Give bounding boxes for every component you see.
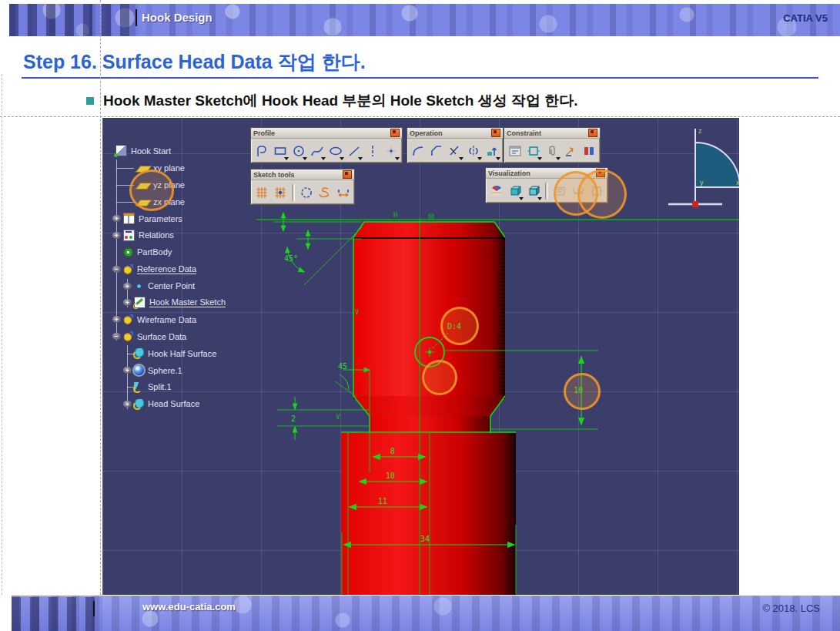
close-icon[interactable] [588, 129, 597, 137]
tree-item[interactable]: yz plane [102, 176, 268, 193]
tree-item[interactable]: zx plane [102, 193, 268, 210]
geometrical-constraints-icon[interactable] [316, 183, 334, 203]
rectangle-icon[interactable] [271, 141, 289, 161]
plus-expander-icon[interactable]: + [112, 232, 121, 239]
close-icon[interactable] [491, 129, 500, 137]
tree-item[interactable]: −Reference Data [102, 260, 268, 277]
transform-icon[interactable] [483, 141, 501, 161]
tree-item-label[interactable]: Hook Half Surface [148, 349, 216, 358]
toolbar-profile-titlebar[interactable]: Profile [251, 128, 402, 139]
tree-item[interactable]: Hook Start [102, 143, 268, 159]
toolbar-constraint[interactable]: Constraint [504, 127, 601, 163]
ellipse-icon[interactable] [326, 141, 345, 161]
tree-item[interactable]: +Center Point [102, 277, 268, 294]
constraint-box-icon[interactable] [524, 141, 543, 161]
shading-edges-icon[interactable] [524, 181, 543, 201]
dim-8-label[interactable]: 8 [390, 447, 395, 455]
tree-item[interactable]: xy plane [102, 159, 268, 176]
tree-item-label[interactable]: Reference Data [137, 264, 196, 274]
compass[interactable]: z y x [657, 124, 739, 215]
compass-origin[interactable] [692, 201, 698, 207]
sketch-icon[interactable] [134, 297, 146, 308]
constraint-dialog-icon[interactable] [506, 141, 524, 161]
relations-icon[interactable] [123, 230, 135, 241]
tree-item-label[interactable]: PartBody [137, 247, 172, 257]
corner-icon[interactable] [409, 141, 427, 161]
grid-icon[interactable] [253, 183, 271, 203]
parameters-icon[interactable] [123, 213, 135, 224]
axis-icon[interactable] [363, 141, 382, 161]
tree-item-label[interactable]: Relations [139, 230, 174, 240]
dim-10-label[interactable]: 10 [386, 472, 395, 480]
spline-icon[interactable] [308, 141, 326, 161]
hole-center-point[interactable] [425, 347, 434, 357]
tree-item-label[interactable]: Parameters [139, 214, 182, 223]
tree-item[interactable]: Split.1 [102, 378, 268, 395]
plus-expander-icon[interactable]: + [123, 299, 132, 306]
tree-item[interactable]: +Wireframe Data [102, 311, 268, 328]
surface-icon[interactable] [134, 348, 144, 358]
dim-11-label[interactable]: 11 [378, 497, 387, 505]
toolbar-sketch-tools[interactable]: Sketch tools [250, 169, 355, 205]
cut-part-icon[interactable] [487, 181, 506, 201]
contact-constraint-icon[interactable] [543, 141, 561, 161]
plus-expander-icon[interactable]: + [123, 283, 132, 290]
partbody-icon[interactable] [123, 247, 133, 257]
openbody-icon[interactable] [123, 264, 133, 274]
mirror-icon[interactable] [464, 141, 483, 161]
tree-item-label[interactable]: Split.1 [148, 382, 172, 391]
tree-item-label[interactable]: Center Point [148, 281, 195, 290]
openbody-icon[interactable] [123, 314, 133, 324]
tree-item[interactable]: +Head Surface [102, 395, 268, 412]
dim-34-label[interactable]: 34 [420, 535, 430, 543]
construction-element-icon[interactable] [297, 183, 316, 203]
close-icon[interactable] [343, 170, 352, 179]
split-icon[interactable] [134, 382, 144, 392]
toolbar-operation[interactable]: Operation [407, 127, 504, 163]
toolbar-sketch-tools-titlebar[interactable]: Sketch tools [251, 169, 354, 180]
sphere-icon[interactable] [134, 365, 144, 375]
fix-icon[interactable] [561, 141, 580, 161]
shading-icon[interactable] [506, 181, 524, 201]
surface-icon[interactable] [134, 399, 144, 409]
dimensional-constraints-icon[interactable] [334, 183, 353, 203]
angle-dim-bottom[interactable]: 45 [338, 362, 347, 371]
close-icon[interactable] [390, 129, 400, 137]
toolbar-operation-titlebar[interactable]: Operation [407, 128, 503, 139]
tree-item[interactable]: +Parameters [102, 210, 268, 227]
sketch-head-outline[interactable] [341, 222, 516, 433]
plus-expander-icon[interactable]: + [123, 401, 132, 408]
tree-item[interactable]: PartBody [102, 243, 268, 260]
tree-item-label[interactable]: Head Surface [148, 399, 199, 408]
minus-expander-icon[interactable]: − [112, 333, 121, 340]
angle-dim-top[interactable]: 45° [284, 254, 298, 263]
circle-icon[interactable] [289, 141, 308, 161]
point-icon[interactable] [382, 141, 400, 161]
line-icon[interactable] [345, 141, 363, 161]
toolbar-profile[interactable]: Profile [250, 127, 403, 163]
tree-item[interactable]: +Sphere.1 [102, 362, 268, 379]
cad-viewport[interactable]: H V V [102, 118, 739, 595]
tree-item-label[interactable]: Wireframe Data [137, 315, 196, 324]
spec-tree[interactable]: Hook Startxy planeyz planezx plane+Param… [102, 143, 268, 412]
tree-item-label[interactable]: Sphere.1 [148, 366, 182, 375]
tree-item-label[interactable]: Hook Start [131, 146, 171, 156]
tree-item[interactable]: Hook Half Surface [102, 345, 268, 362]
minus-expander-icon[interactable]: − [112, 266, 121, 273]
tree-item-label[interactable]: Hook Master Sketch [149, 297, 226, 307]
openbody-icon[interactable] [123, 331, 133, 341]
trim-icon[interactable] [446, 141, 464, 161]
profile-icon[interactable] [253, 141, 271, 161]
tree-item[interactable]: +Hook Master Sketch [102, 294, 268, 311]
toolbar-constraint-titlebar[interactable]: Constraint [504, 128, 600, 139]
tree-item-label[interactable]: Surface Data [137, 332, 186, 341]
point-icon[interactable] [134, 281, 144, 291]
snap-to-point-icon[interactable] [271, 183, 289, 203]
tree-item[interactable]: +Relations [102, 227, 268, 243]
plus-expander-icon[interactable]: + [112, 215, 121, 222]
part-icon[interactable] [115, 145, 127, 156]
plus-expander-icon[interactable]: + [112, 316, 121, 323]
dim-2-label[interactable]: 2 [291, 415, 296, 423]
animate-constraint-icon[interactable] [580, 141, 598, 161]
chamfer-icon[interactable] [427, 141, 446, 161]
